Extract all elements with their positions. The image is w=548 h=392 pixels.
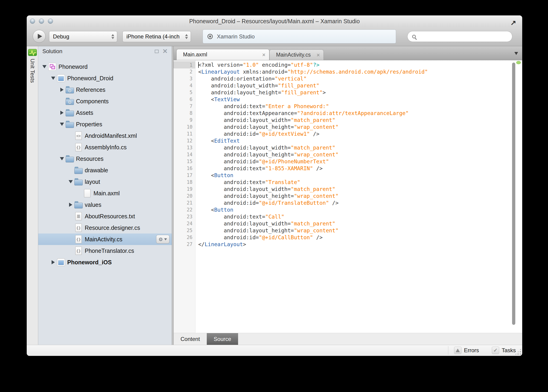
code-line: android:layout_width="match_parent" — [198, 220, 522, 227]
code-line: android:layout_height="wrap_content" — [198, 124, 522, 130]
solution-pad-header: Solution ✕ — [38, 46, 172, 56]
folder-icon — [65, 120, 74, 129]
disclosure-down-icon[interactable] — [68, 179, 74, 185]
line-number: 7 — [174, 103, 195, 110]
line-number: 20 — [174, 193, 195, 199]
folder-gear-icon: ⚙ — [65, 85, 74, 94]
folder-icon — [74, 166, 83, 175]
resize-cursor-icon: ↗ — [511, 19, 516, 27]
vertical-scrollbar[interactable] — [512, 63, 515, 325]
line-number: 14 — [174, 151, 195, 158]
line-number: 8 — [174, 110, 195, 117]
line-number: 9 — [174, 117, 195, 124]
status-bar: Errors ✓ Tasks — [27, 345, 522, 356]
close-window-button[interactable] — [30, 19, 35, 24]
tree-item-label: Resource.designer.cs — [85, 224, 140, 231]
tree-item-label: Phoneword_iOS — [67, 259, 112, 266]
tree-item-mainactivity-cs[interactable]: {}MainActivity.cs⚙ — [38, 233, 172, 245]
dock-tab-unit-tests[interactable]: Unit Tests — [29, 59, 36, 83]
tree-item-assets[interactable]: Assets — [38, 107, 172, 119]
editor-tab-main-axml[interactable]: Main.axml× — [176, 49, 269, 60]
file-xml-icon: <> — [74, 131, 83, 140]
view-tab-content[interactable]: Content — [174, 333, 207, 345]
tree-item-aboutresources-txt[interactable]: ≡AboutResources.txt — [38, 210, 172, 222]
disclosure-right-icon[interactable] — [59, 87, 65, 93]
tree-item-label: References — [76, 86, 105, 93]
tree-item-properties[interactable]: Properties — [38, 119, 172, 130]
tree-item-phoneword[interactable]: Phoneword — [38, 61, 172, 72]
disclosure-right-icon[interactable] — [50, 259, 56, 265]
line-number: 3 — [174, 75, 195, 82]
line-number: 15 — [174, 158, 195, 165]
titlebar[interactable]: Phoneword_Droid – Resources/layout/Main.… — [27, 15, 522, 27]
view-tab-source[interactable]: Source — [207, 333, 238, 345]
unit-tests-icon[interactable] — [28, 49, 37, 56]
tab-overflow-icon[interactable] — [514, 52, 518, 55]
code-line: <?xml version="1.0" encoding="utf-8"?> — [198, 61, 522, 68]
disclosure-right-icon[interactable] — [59, 110, 65, 116]
line-number: 19 — [174, 186, 195, 193]
tree-item-androidmanifest-xml[interactable]: <>AndroidManifest.xml — [38, 130, 172, 141]
pane-splitter[interactable] — [172, 46, 174, 345]
tree-item-phoneword-droid[interactable]: Phoneword_Droid — [38, 72, 172, 84]
search-input[interactable] — [418, 33, 510, 40]
code-text-area[interactable]: <?xml version="1.0" encoding="utf-8"?><L… — [195, 60, 522, 333]
line-number: 26 — [174, 234, 195, 241]
tree-item-label: AndroidManifest.xml — [85, 133, 137, 139]
tree-item-drawable[interactable]: drawable — [38, 164, 172, 176]
close-tab-icon[interactable]: × — [317, 52, 320, 58]
gear-glyph: ⚙ — [65, 87, 74, 94]
disclosure-down-icon[interactable] — [59, 121, 65, 127]
run-button[interactable] — [33, 30, 46, 43]
editor-tabstrip: Main.axml×MainActivity.cs× — [174, 46, 522, 60]
code-line: android:layout_width="match_parent" — [198, 186, 522, 193]
editor-tab-mainactivity-cs[interactable]: MainActivity.cs× — [269, 49, 324, 60]
tree-item-phoneword-ios[interactable]: Phoneword_iOS — [38, 257, 172, 268]
tree-item-assemblyinfo-cs[interactable]: {}AssemblyInfo.cs — [38, 141, 172, 153]
tree-item-layout[interactable]: layout — [38, 176, 172, 188]
tree-item-references[interactable]: ⚙References — [38, 84, 172, 96]
editor-area: Main.axml×MainActivity.cs× 1234567891011… — [174, 46, 522, 345]
item-options-button[interactable]: ⚙ — [156, 235, 169, 244]
search-box[interactable] — [407, 31, 512, 42]
solution-icon — [48, 62, 57, 71]
search-icon — [412, 35, 416, 38]
tree-item-label: Resources — [76, 155, 104, 162]
code-line: </LinearLayout> — [198, 241, 522, 248]
xamarin-studio-window: Phoneword_Droid – Resources/layout/Main.… — [27, 15, 522, 356]
configuration-dropdown[interactable]: Debug — [49, 31, 117, 42]
close-tab-icon[interactable]: × — [262, 52, 266, 57]
code-line: android:layout_width="match_parent" — [198, 144, 522, 151]
code-line: android:layout_width="match_parent" — [198, 117, 522, 124]
line-number: 4 — [174, 82, 195, 89]
tree-item-label: AssemblyInfo.cs — [85, 144, 127, 151]
tasks-button[interactable]: ✓ Tasks — [492, 347, 516, 354]
device-dropdown[interactable]: iPhone Retina (4-inch — [123, 31, 191, 42]
zoom-window-button[interactable] — [48, 19, 53, 24]
tree-item-values[interactable]: values — [38, 199, 172, 210]
minimize-window-button[interactable] — [39, 19, 44, 24]
close-pad-icon[interactable]: ✕ — [162, 48, 168, 55]
code-line: android:layout_width="fill_parent" — [198, 82, 522, 89]
tree-item-resource-designer-cs[interactable]: {}Resource.designer.cs — [38, 222, 172, 233]
disclosure-spacer — [68, 167, 74, 173]
errors-label: Errors — [464, 347, 479, 354]
disclosure-right-icon[interactable] — [68, 202, 74, 208]
warning-icon — [454, 347, 461, 354]
tree-item-phonetranslator-cs[interactable]: {}PhoneTranslator.cs — [38, 245, 172, 257]
folder-icon — [65, 108, 74, 117]
tree-item-main-axml[interactable]: Main.axml — [38, 188, 172, 199]
errors-button[interactable]: Errors — [454, 347, 479, 354]
solution-pad-title: Solution — [42, 48, 155, 55]
dock-pad-icon[interactable] — [155, 50, 159, 53]
file-text-icon: ≡ — [74, 212, 83, 221]
line-number: 21 — [174, 199, 195, 206]
status-display: Xamarin Studio — [203, 29, 396, 43]
disclosure-down-icon[interactable] — [42, 64, 47, 70]
disclosure-down-icon[interactable] — [59, 156, 65, 162]
tree-item-components[interactable]: ⚙Components — [38, 96, 172, 107]
disclosure-down-icon[interactable] — [50, 75, 56, 81]
tree-item-resources[interactable]: Resources — [38, 153, 172, 164]
play-icon — [38, 34, 42, 39]
disclosure-spacer — [68, 248, 74, 254]
